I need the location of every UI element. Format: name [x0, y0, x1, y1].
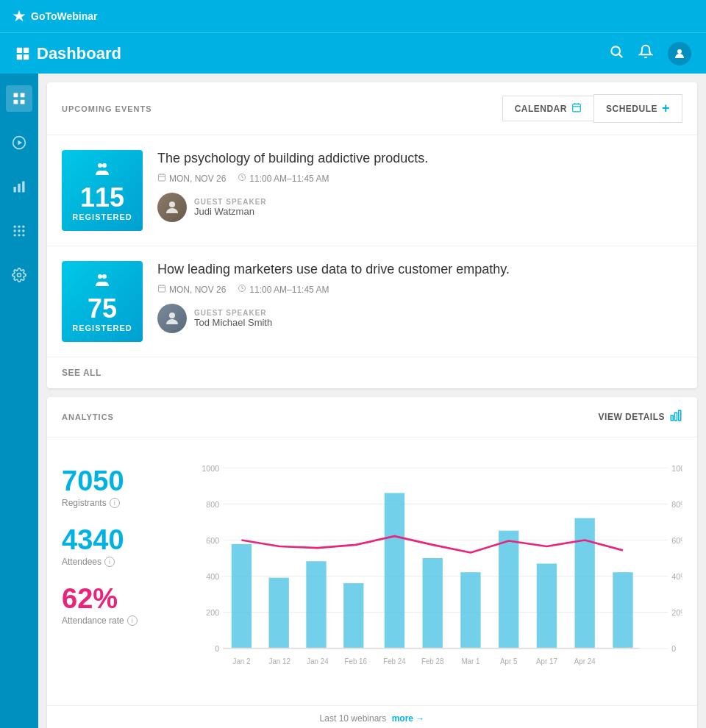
header-title: Dashboard: [37, 44, 121, 63]
event-2-speaker-info: GUEST SPEAKER Tod Michael Smith: [194, 309, 272, 328]
stat-attendees-value: 4340: [62, 526, 179, 554]
event-badge-1: 115 REGISTERED: [62, 150, 143, 231]
header-actions: [609, 42, 691, 65]
bell-icon[interactable]: [638, 44, 653, 63]
svg-point-4: [611, 46, 620, 55]
sidebar: [0, 74, 38, 728]
sidebar-item-settings[interactable]: [6, 262, 32, 288]
chart-more-link[interactable]: more →: [392, 713, 425, 724]
header: Dashboard: [0, 32, 706, 74]
clock-icon-2: [238, 284, 246, 295]
svg-point-22: [14, 234, 16, 236]
svg-rect-69: [306, 561, 326, 648]
svg-point-19: [14, 229, 16, 232]
svg-point-31: [102, 163, 107, 168]
avatar[interactable]: [668, 42, 691, 65]
svg-point-16: [14, 226, 16, 228]
svg-rect-77: [613, 572, 632, 648]
layout: UPCOMING EVENTS CALENDAR: [0, 74, 706, 728]
svg-rect-13: [14, 187, 16, 193]
logo[interactable]: GoToWebinar: [12, 9, 97, 24]
calendar-button[interactable]: CALENDAR: [502, 96, 593, 121]
svg-text:Mar 1: Mar 1: [461, 657, 479, 665]
view-details-button[interactable]: VIEW DETAILS: [599, 409, 682, 425]
svg-rect-67: [232, 544, 252, 649]
sidebar-item-analytics[interactable]: [6, 174, 32, 200]
info-icon-rate[interactable]: i: [127, 615, 138, 626]
svg-rect-72: [423, 558, 443, 649]
svg-rect-1: [24, 47, 29, 52]
svg-text:40%: 40%: [671, 571, 682, 581]
stat-rate-label: Attendance rate i: [62, 615, 179, 626]
dashboard-icon: [15, 46, 31, 62]
event-1-speaker: GUEST SPEAKER Judi Watzman: [157, 193, 682, 222]
svg-rect-32: [159, 174, 165, 181]
svg-text:80%: 80%: [671, 499, 682, 509]
svg-point-45: [169, 313, 175, 318]
svg-point-18: [22, 226, 24, 228]
event-1-speaker-name: Judi Watzman: [194, 206, 267, 217]
logo-text: GoToWebinar: [31, 10, 97, 22]
svg-rect-76: [575, 518, 595, 649]
event-1-speaker-label: GUEST SPEAKER: [194, 198, 267, 206]
svg-text:200: 200: [206, 607, 219, 617]
stat-registrants: 7050 Registrants i: [62, 467, 179, 508]
sidebar-item-home[interactable]: [6, 85, 32, 112]
event-2-time-text: 11:00 AM–11:45 AM: [249, 285, 329, 295]
svg-rect-74: [499, 531, 518, 649]
event-item-1: 115 REGISTERED The psychology of buildin…: [47, 135, 697, 246]
svg-point-37: [169, 201, 175, 207]
svg-rect-47: [675, 413, 677, 421]
stat-attendees: 4340 Attendees i: [62, 526, 179, 567]
info-icon-attendees[interactable]: i: [104, 557, 115, 567]
svg-text:60%: 60%: [671, 535, 682, 545]
svg-text:Jan 2: Jan 2: [233, 657, 251, 665]
svg-marker-12: [18, 140, 22, 146]
svg-rect-68: [269, 578, 289, 649]
svg-rect-7: [14, 93, 18, 98]
stat-registrants-value: 7050: [62, 467, 179, 495]
analytics-chart: 1000 800 600 400 200 0 100% 80% 60% 40% …: [194, 452, 682, 688]
svg-point-20: [18, 229, 20, 232]
calendar-meta-icon-1: [157, 173, 166, 184]
event-1-speaker-avatar: [157, 193, 187, 222]
event-1-time: 11:00 AM–11:45 AM: [238, 173, 329, 184]
svg-rect-46: [671, 415, 673, 421]
info-icon-registrants[interactable]: i: [110, 498, 120, 508]
sidebar-item-grid[interactable]: [6, 218, 32, 244]
event-2-speaker-avatar: [157, 304, 187, 333]
sidebar-item-play[interactable]: [6, 129, 32, 156]
view-details-label: VIEW DETAILS: [599, 412, 665, 422]
svg-point-6: [677, 49, 682, 54]
svg-point-17: [18, 226, 20, 228]
svg-rect-15: [22, 182, 24, 193]
event-1-title[interactable]: The psychology of building addictive pro…: [157, 150, 682, 167]
svg-text:Feb 24: Feb 24: [383, 657, 406, 665]
event-1-speaker-info: GUEST SPEAKER Judi Watzman: [194, 198, 267, 217]
svg-text:800: 800: [206, 499, 219, 509]
event-1-badge-label: REGISTERED: [72, 213, 132, 221]
badge-people-icon-2: [93, 271, 111, 293]
event-2-date: MON, NOV 26: [157, 284, 226, 295]
schedule-button[interactable]: SCHEDULE +: [593, 94, 682, 123]
plus-icon: +: [662, 101, 670, 116]
search-icon[interactable]: [609, 44, 624, 63]
upcoming-events-header: UPCOMING EVENTS CALENDAR: [47, 82, 697, 135]
svg-text:1000: 1000: [202, 463, 219, 473]
svg-line-5: [619, 54, 623, 58]
svg-text:600: 600: [206, 535, 219, 545]
svg-rect-40: [159, 285, 165, 292]
svg-point-21: [22, 229, 24, 232]
svg-point-38: [98, 274, 102, 279]
see-all-link[interactable]: SEE ALL: [47, 357, 697, 388]
event-2-time: 11:00 AM–11:45 AM: [238, 284, 329, 295]
event-2-title[interactable]: How leading marketers use data to drive …: [157, 261, 682, 278]
svg-point-30: [98, 163, 102, 168]
stat-attendance-rate: 62% Attendance rate i: [62, 585, 179, 626]
event-2-count: 75: [88, 296, 117, 322]
event-2-details: How leading marketers use data to drive …: [157, 261, 682, 333]
event-1-details: The psychology of building addictive pro…: [157, 150, 682, 222]
event-2-meta: MON, NOV 26 11:00 AM–11:45 AM: [157, 284, 682, 295]
svg-text:Apr 24: Apr 24: [574, 657, 596, 665]
svg-text:0: 0: [671, 644, 676, 654]
